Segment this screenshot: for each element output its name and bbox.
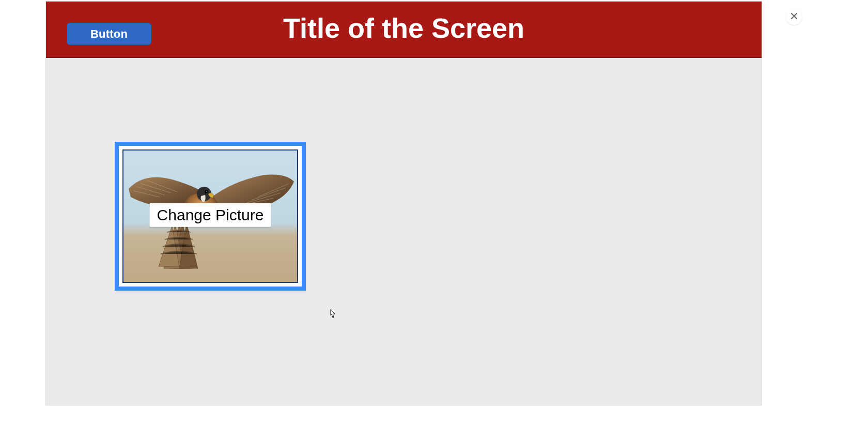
screen-header: Button Title of the Screen — [46, 2, 762, 58]
falcon-image — [123, 151, 297, 282]
close-icon — [791, 12, 798, 22]
picture-tile[interactable]: Change Picture — [115, 142, 306, 291]
svg-point-3 — [205, 190, 208, 193]
pointer-cursor-icon — [328, 308, 336, 320]
svg-point-4 — [206, 191, 207, 192]
screen-title: Title of the Screen — [46, 12, 762, 44]
main-panel: Button Title of the Screen — [45, 1, 762, 405]
picture-inner-frame — [122, 149, 298, 283]
close-button[interactable] — [786, 9, 802, 25]
header-button[interactable]: Button — [67, 23, 151, 45]
app-stage: Button Title of the Screen — [0, 0, 868, 436]
header-button-label: Button — [90, 27, 128, 41]
